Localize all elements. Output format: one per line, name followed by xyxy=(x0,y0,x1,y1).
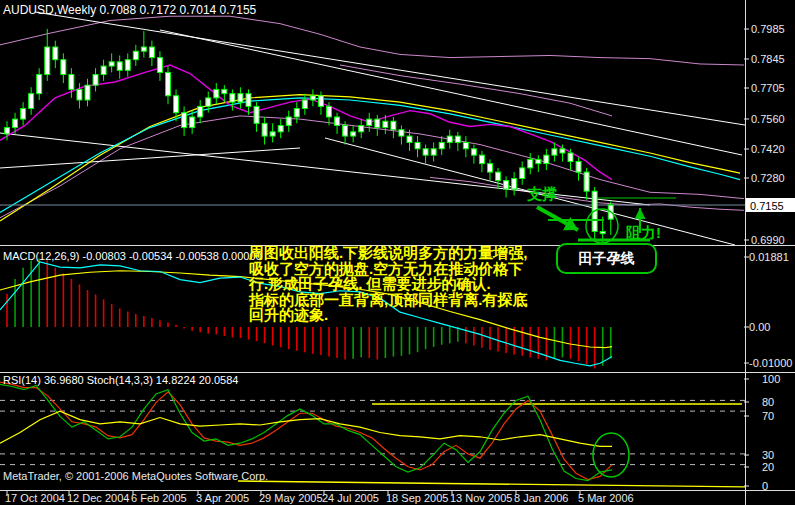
candle-body xyxy=(214,89,219,97)
candle-body xyxy=(166,72,171,95)
date-label: 13 Nov 2005 xyxy=(450,492,512,504)
candle-body xyxy=(399,130,404,136)
candle-body xyxy=(351,132,356,136)
rsi-line xyxy=(0,411,612,446)
analysis-note: 周图收出阳线.下影线说明多方的力量增强, 吸收了空方的抛盘.空方无力在推动价格下… xyxy=(249,245,527,323)
candle-body xyxy=(270,132,275,136)
candle-body xyxy=(310,96,315,100)
price-tick-label: 0.7420 xyxy=(751,143,785,155)
candle-body xyxy=(93,75,98,86)
candle-body xyxy=(375,119,380,127)
analysis-note-line: 回升的迹象. xyxy=(249,307,527,323)
candle-body xyxy=(544,155,549,163)
candle-body xyxy=(560,149,565,153)
candle-body xyxy=(584,172,589,191)
date-label: 17 Oct 2004 xyxy=(5,492,65,504)
date-label: 6 Feb 2005 xyxy=(131,492,187,504)
candle-body xyxy=(439,142,444,148)
candle-body xyxy=(552,149,557,155)
date-label: 8 Jan 2006 xyxy=(514,492,568,504)
candle-body xyxy=(21,108,26,119)
candle-body xyxy=(182,113,187,128)
candle-body xyxy=(415,142,420,148)
candle-body xyxy=(520,168,525,179)
candle-body xyxy=(230,94,235,102)
candle-body xyxy=(431,149,436,155)
candle-body xyxy=(335,117,340,125)
price-tick-label: 0.7705 xyxy=(751,82,785,94)
stoch-k-line xyxy=(0,384,612,480)
candle-body xyxy=(198,106,203,117)
price-tick-label: 0.7560 xyxy=(751,113,785,125)
date-label: 12 Dec 2004 xyxy=(67,492,129,504)
resistance-arrow-head xyxy=(635,208,646,219)
candle-body xyxy=(85,85,90,100)
candle-body xyxy=(294,108,299,116)
candle-body xyxy=(77,89,82,100)
candle-body xyxy=(53,47,58,60)
candle-body xyxy=(117,62,122,70)
date-label: 18 Sep 2005 xyxy=(386,492,448,504)
candle-body xyxy=(455,136,460,142)
candle-body xyxy=(69,75,74,90)
candle-body xyxy=(471,149,476,155)
candle-body xyxy=(447,136,452,142)
rsi-indicator-label: RSI(14) 36.9680 Stoch(14,3,3) 14.8224 20… xyxy=(3,374,238,386)
candle-body xyxy=(174,96,179,113)
candles xyxy=(5,29,614,243)
price-tick-label: 0.7985 xyxy=(751,23,785,35)
candle-body xyxy=(536,159,541,163)
candle-body xyxy=(109,62,114,66)
macd-tick-label: -0.01000 xyxy=(749,357,792,369)
candle-body xyxy=(61,60,66,75)
candle-body xyxy=(423,149,428,155)
ma-cyan xyxy=(0,98,740,213)
trendline-4 xyxy=(0,148,300,168)
candle-body xyxy=(37,75,42,94)
pattern-callout-box[interactable]: 田子孕线 xyxy=(556,243,657,274)
trendline-1 xyxy=(35,12,795,133)
candle-body xyxy=(600,232,605,234)
candle-body xyxy=(149,47,154,58)
candle-body xyxy=(141,47,146,51)
candle-body xyxy=(359,125,364,131)
candle-body xyxy=(157,58,162,73)
candle-body xyxy=(391,121,396,129)
candle-body xyxy=(262,123,267,136)
price-tick-label: 0.7845 xyxy=(751,53,785,65)
resistance-label: 阻力! xyxy=(626,224,661,243)
ma-yellow xyxy=(0,95,740,221)
date-label: 29 May 2005 xyxy=(259,492,323,504)
candle-body xyxy=(327,106,332,117)
candle-body xyxy=(246,94,251,107)
candle-body xyxy=(5,128,10,134)
rsi-tick-label: 30 xyxy=(762,449,774,461)
harami-circle[interactable] xyxy=(586,209,618,243)
candle-body xyxy=(302,100,307,108)
macd-tick-label: 0.00 xyxy=(749,321,770,333)
candle-body xyxy=(206,98,211,106)
rsi-tick-label: 20 xyxy=(762,461,774,473)
candle-body xyxy=(367,119,372,125)
analysis-note-line: 吸收了空方的抛盘.空方无力在推动价格下 xyxy=(249,261,527,277)
main-price-pane[interactable] xyxy=(0,12,795,245)
macd-tick-label: 0.01881 xyxy=(749,251,789,263)
candle-body xyxy=(463,142,468,148)
candle-body xyxy=(45,47,50,75)
candle-body xyxy=(125,60,130,71)
candle-body xyxy=(222,89,227,93)
candle-body xyxy=(318,96,323,107)
candle-body xyxy=(383,121,388,127)
candle-body xyxy=(504,181,509,189)
analysis-note-line: 周图收出阳线.下影线说明多方的力量增强, xyxy=(249,245,527,261)
price-tick-label: 0.7280 xyxy=(751,172,785,184)
candle-body xyxy=(488,164,493,172)
price-tick-label: 0.6990 xyxy=(751,234,785,246)
date-label: 3 Apr 2005 xyxy=(196,492,249,504)
macd-indicator-label: MACD(12,26,9) -0.00803 -0.00534 -0.00538… xyxy=(3,250,262,262)
rsi-tick-label: 100 xyxy=(762,373,780,385)
candle-body xyxy=(528,159,533,167)
candle-body xyxy=(29,94,34,109)
rsi-tick-label: 70 xyxy=(762,410,774,422)
candle-body xyxy=(407,136,412,142)
